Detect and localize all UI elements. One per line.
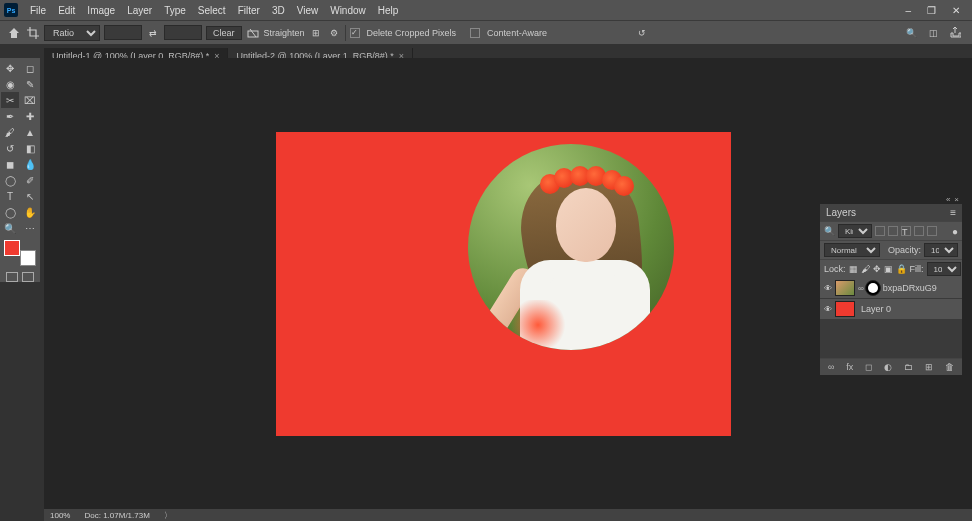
layer-row[interactable]: 👁 Layer 0 <box>820 299 962 319</box>
hand-tool[interactable]: ✋ <box>21 204 39 220</box>
workspace-icon[interactable]: ◫ <box>926 26 940 40</box>
layer-fx-icon[interactable]: fx <box>846 362 853 372</box>
eraser-tool[interactable]: ◧ <box>21 140 39 156</box>
opacity-select[interactable]: 100% <box>924 243 958 257</box>
filter-type-icon[interactable]: T <box>901 226 911 236</box>
history-brush-tool[interactable]: ↺ <box>1 140 19 156</box>
menu-type[interactable]: Type <box>158 5 192 16</box>
new-group-icon[interactable]: 🗀 <box>904 362 913 372</box>
add-mask-icon[interactable]: ◻ <box>865 362 872 372</box>
home-icon[interactable] <box>6 25 22 41</box>
crop-height-field[interactable] <box>164 25 202 40</box>
menu-help[interactable]: Help <box>372 5 405 16</box>
menu-edit[interactable]: Edit <box>52 5 81 16</box>
menu-image[interactable]: Image <box>81 5 121 16</box>
blur-tool[interactable]: 💧 <box>21 156 39 172</box>
layer-row[interactable]: 👁 ∞ bxpaDRxuG9 <box>820 278 962 298</box>
status-bar: 100% Doc: 1.07M/1.73M 〉 <box>44 509 972 521</box>
layer-name[interactable]: Layer 0 <box>861 304 891 314</box>
clear-button[interactable]: Clear <box>206 26 242 40</box>
lock-transparency-icon[interactable]: ▦ <box>849 264 858 274</box>
new-adjustment-icon[interactable]: ◐ <box>884 362 892 372</box>
more-tools[interactable]: ⋯ <box>21 220 39 236</box>
delete-cropped-checkbox[interactable] <box>350 28 360 38</box>
quick-select-tool[interactable]: ✎ <box>21 76 39 92</box>
menu-file[interactable]: File <box>24 5 52 16</box>
menu-window[interactable]: Window <box>324 5 372 16</box>
screen-mode-icon[interactable] <box>22 272 34 282</box>
frame-tool[interactable]: ⌧ <box>21 92 39 108</box>
zoom-tool[interactable]: 🔍 <box>1 220 19 236</box>
crop-width-field[interactable] <box>104 25 142 40</box>
panel-collapse-icon[interactable]: « <box>946 195 950 204</box>
link-layers-icon[interactable]: ∞ <box>828 362 834 372</box>
marquee-tool[interactable]: ◻ <box>21 60 39 76</box>
gradient-tool[interactable]: ◼ <box>1 156 19 172</box>
lasso-tool[interactable]: ◉ <box>1 76 19 92</box>
lock-artboard-icon[interactable]: ▣ <box>884 264 893 274</box>
brush-tool[interactable]: 🖌 <box>1 124 19 140</box>
crop-tool[interactable]: ✂ <box>1 92 19 108</box>
healing-tool[interactable]: ✚ <box>21 108 39 124</box>
dodge-tool[interactable]: ◯ <box>1 172 19 188</box>
filter-smart-icon[interactable] <box>927 226 937 236</box>
menu-select[interactable]: Select <box>192 5 232 16</box>
layers-panel-footer: ∞ fx ◻ ◐ 🗀 ⊞ 🗑 <box>820 358 962 375</box>
fill-label: Fill: <box>910 264 924 274</box>
fill-select[interactable]: 100% <box>927 262 961 276</box>
move-tool[interactable]: ✥ <box>1 60 19 76</box>
filter-pixel-icon[interactable] <box>875 226 885 236</box>
pen-tool[interactable]: ✐ <box>21 172 39 188</box>
lock-all-icon[interactable]: 🔒 <box>896 264 907 274</box>
shape-tool[interactable]: ◯ <box>1 204 19 220</box>
menu-view[interactable]: View <box>291 5 325 16</box>
quick-mask-icon[interactable] <box>6 272 18 282</box>
zoom-level[interactable]: 100% <box>50 511 70 520</box>
layer-mask-thumb[interactable] <box>865 280 881 296</box>
window-close[interactable]: ✕ <box>944 5 968 16</box>
color-swatches[interactable] <box>4 240 36 266</box>
straighten-icon[interactable] <box>246 26 260 40</box>
panel-close-icon[interactable]: × <box>954 195 959 204</box>
path-select-tool[interactable]: ↖ <box>21 188 39 204</box>
overlay-grid-icon[interactable]: ⊞ <box>309 26 323 40</box>
status-chevron-icon[interactable]: 〉 <box>164 510 172 521</box>
menu-layer[interactable]: Layer <box>121 5 158 16</box>
stamp-tool[interactable]: ▲ <box>21 124 39 140</box>
layer-thumb[interactable] <box>835 301 855 317</box>
app-logo: Ps <box>4 3 18 17</box>
crop-tool-icon[interactable] <box>26 26 40 40</box>
eyedropper-tool[interactable]: ✒ <box>1 108 19 124</box>
crop-preset-select[interactable]: Ratio <box>44 25 100 41</box>
filter-toggle-icon[interactable]: ● <box>952 226 958 237</box>
filter-adjust-icon[interactable] <box>888 226 898 236</box>
delete-layer-icon[interactable]: 🗑 <box>945 362 954 372</box>
window-maximize[interactable]: ❐ <box>919 5 944 16</box>
mask-link-icon[interactable]: ∞ <box>858 284 864 293</box>
new-layer-icon[interactable]: ⊞ <box>925 362 933 372</box>
type-tool[interactable]: T <box>1 188 19 204</box>
window-minimize[interactable]: – <box>897 5 919 16</box>
foreground-color[interactable] <box>4 240 20 256</box>
filter-shape-icon[interactable] <box>914 226 924 236</box>
panel-menu-icon[interactable]: ≡ <box>950 207 956 218</box>
crop-settings-icon[interactable]: ⚙ <box>327 26 341 40</box>
background-color[interactable] <box>20 250 36 266</box>
doc-size[interactable]: Doc: 1.07M/1.73M <box>84 511 149 520</box>
share-icon[interactable] <box>948 26 962 40</box>
layer-thumb[interactable] <box>835 280 855 296</box>
blend-mode-select[interactable]: Normal <box>824 243 880 257</box>
reset-icon[interactable]: ↺ <box>635 26 649 40</box>
layer-name[interactable]: bxpaDRxuG9 <box>883 283 937 293</box>
layer-visibility-icon[interactable]: 👁 <box>823 305 833 314</box>
layer-visibility-icon[interactable]: 👁 <box>823 284 833 293</box>
menu-filter[interactable]: Filter <box>232 5 266 16</box>
canvas[interactable] <box>276 132 731 436</box>
lock-image-icon[interactable]: 🖌 <box>861 264 870 274</box>
content-aware-checkbox[interactable] <box>470 28 480 38</box>
layer-filter-kind[interactable]: Kind <box>838 224 872 238</box>
lock-position-icon[interactable]: ✥ <box>873 264 881 274</box>
swap-icon[interactable]: ⇄ <box>146 26 160 40</box>
menu-3d[interactable]: 3D <box>266 5 291 16</box>
search-icon[interactable]: 🔍 <box>904 26 918 40</box>
